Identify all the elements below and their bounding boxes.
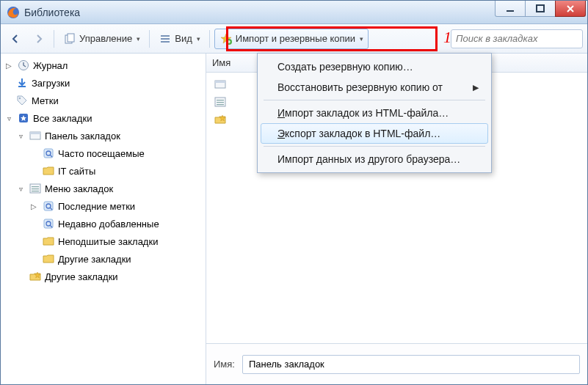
history-icon bbox=[17, 59, 30, 72]
import-backup-button[interactable]: Импорт и резервные копии ▾ bbox=[214, 29, 369, 49]
manage-button[interactable]: Управление ▾ bbox=[59, 29, 145, 49]
expander-icon[interactable]: ▿ bbox=[15, 132, 26, 140]
tree-label: Другие закладки bbox=[45, 271, 118, 282]
folder-icon bbox=[42, 235, 55, 248]
separator bbox=[149, 30, 150, 48]
name-input[interactable] bbox=[242, 355, 580, 374]
svg-rect-7 bbox=[161, 41, 170, 43]
folder-icon bbox=[42, 252, 55, 265]
manage-label: Управление bbox=[79, 33, 132, 44]
svg-rect-26 bbox=[215, 81, 225, 83]
tree-item-downloads[interactable]: Загрузки bbox=[1, 74, 206, 92]
menu-item-export-html[interactable]: Экспорт закладок в HTML-файл… bbox=[261, 123, 488, 144]
tree-item-bookmarks-toolbar[interactable]: ▿ Панель закладок bbox=[1, 127, 206, 144]
svg-rect-6 bbox=[161, 38, 170, 40]
other-bookmarks-icon bbox=[29, 270, 42, 283]
tree-label: Метки bbox=[32, 95, 59, 106]
svg-point-11 bbox=[19, 98, 21, 99]
svg-rect-10 bbox=[18, 86, 26, 87]
tree-item-other-1[interactable]: Другие закладки bbox=[1, 250, 206, 268]
tree-pane[interactable]: ▷ Журнал Загрузки Метки ▿ Все закладки ▿… bbox=[1, 54, 206, 384]
separator bbox=[209, 30, 210, 48]
svg-rect-5 bbox=[161, 35, 170, 37]
tree-label: Неподшитые закладки bbox=[58, 236, 158, 247]
svg-rect-18 bbox=[32, 186, 39, 187]
tree-item-unfiled[interactable]: Неподшитые закладки bbox=[1, 232, 206, 250]
tree-item-all-bookmarks[interactable]: ▿ Все закладки bbox=[1, 109, 206, 127]
annotation-label-1: 1 bbox=[443, 28, 451, 47]
svg-rect-29 bbox=[217, 102, 224, 103]
other-bookmarks-icon bbox=[214, 113, 227, 126]
tree-label: Другие закладки bbox=[58, 254, 131, 265]
window-controls bbox=[496, 1, 587, 23]
tree-label: Загрузки bbox=[32, 78, 70, 89]
view-button[interactable]: Вид ▾ bbox=[154, 29, 205, 49]
toolbar-folder-icon bbox=[29, 129, 42, 142]
toolbar: Управление ▾ Вид ▾ Импорт и резервные ко… bbox=[1, 24, 587, 54]
smart-folder-icon bbox=[42, 217, 55, 230]
tree-item-bookmarks-menu[interactable]: ▿ Меню закладок bbox=[1, 180, 206, 197]
dropdown-arrow-icon: ▾ bbox=[360, 35, 363, 43]
tree-item-recent-tags[interactable]: ▷ Последние метки bbox=[1, 197, 206, 215]
download-icon bbox=[15, 76, 29, 89]
tree-label: IT сайты bbox=[58, 166, 95, 177]
tag-icon bbox=[15, 94, 29, 107]
tree-item-other-2[interactable]: ▷ Другие закладки bbox=[1, 268, 206, 285]
name-label: Имя: bbox=[214, 359, 235, 370]
minimize-button[interactable] bbox=[495, 1, 526, 17]
expander-icon[interactable]: ▷ bbox=[29, 202, 39, 210]
close-button[interactable] bbox=[555, 1, 586, 17]
tree-item-tags[interactable]: Метки bbox=[1, 92, 206, 109]
tree-item-it-sites[interactable]: IT сайты bbox=[1, 162, 206, 180]
bookmark-star-icon bbox=[17, 111, 30, 125]
menu-item-backup-create[interactable]: Создать резервную копию… bbox=[261, 56, 488, 77]
import-backup-label: Импорт и резервные копии bbox=[236, 33, 355, 44]
menu-item-import-browser[interactable]: Импорт данных из другого браузера… bbox=[261, 149, 488, 169]
menu-folder-icon bbox=[214, 95, 227, 109]
smart-folder-icon bbox=[42, 199, 55, 213]
tree-item-journal[interactable]: ▷ Журнал bbox=[1, 56, 206, 74]
import-backup-menu: Создать резервную копию… Восстановить ре… bbox=[257, 53, 492, 173]
tree-label: Недавно добавленные bbox=[58, 219, 159, 230]
column-header-name[interactable]: Имя bbox=[212, 57, 231, 68]
menu-item-import-html[interactable]: Импорт закладок из HTML-файла… bbox=[261, 103, 488, 123]
expander-icon[interactable]: ▿ bbox=[4, 114, 14, 122]
tree-label: Часто посещаемые bbox=[58, 148, 145, 159]
expander-icon[interactable]: ▿ bbox=[15, 185, 26, 193]
expander-icon[interactable]: ▷ bbox=[4, 62, 14, 70]
tree-item-frequent[interactable]: Часто посещаемые bbox=[1, 144, 206, 162]
search-input[interactable] bbox=[451, 29, 583, 48]
view-label: Вид bbox=[175, 33, 192, 44]
submenu-arrow-icon: ▶ bbox=[473, 83, 479, 92]
svg-rect-28 bbox=[217, 100, 224, 100]
manage-icon bbox=[63, 32, 76, 45]
tree-label: Последние метки bbox=[58, 201, 135, 212]
forward-button[interactable] bbox=[29, 29, 49, 49]
dropdown-arrow-icon: ▾ bbox=[137, 35, 140, 43]
smart-folder-icon bbox=[42, 147, 55, 160]
details-panel: Имя: bbox=[206, 343, 587, 384]
menu-item-label: Импорт данных из другого браузера… bbox=[277, 153, 460, 165]
svg-rect-20 bbox=[32, 191, 39, 191]
firefox-icon bbox=[7, 6, 20, 19]
svg-rect-30 bbox=[217, 104, 224, 105]
tree-item-recent-added[interactable]: Недавно добавленные bbox=[1, 215, 206, 232]
dropdown-arrow-icon: ▾ bbox=[197, 35, 200, 43]
menu-folder-icon bbox=[29, 182, 42, 195]
svg-rect-19 bbox=[32, 188, 39, 189]
menu-item-label: Восстановить резервную копию от bbox=[277, 81, 443, 93]
star-import-icon bbox=[219, 32, 233, 45]
tree-label: Панель закладок bbox=[45, 131, 120, 142]
back-button[interactable] bbox=[5, 29, 26, 49]
menu-item-backup-restore[interactable]: Восстановить резервную копию от ▶ bbox=[261, 77, 488, 98]
toolbar-folder-icon bbox=[214, 78, 227, 91]
menu-item-label: Импорт закладок из HTML-файла… bbox=[277, 107, 449, 119]
folder-icon bbox=[42, 164, 55, 177]
window-title: Библиотека bbox=[24, 7, 496, 18]
titlebar: Библиотека bbox=[1, 1, 587, 24]
menu-item-label: Экспорт закладок в HTML-файл… bbox=[277, 128, 440, 139]
view-icon bbox=[159, 32, 172, 45]
svg-rect-4 bbox=[68, 34, 74, 42]
svg-rect-1 bbox=[507, 10, 514, 12]
maximize-button[interactable] bbox=[525, 1, 556, 17]
